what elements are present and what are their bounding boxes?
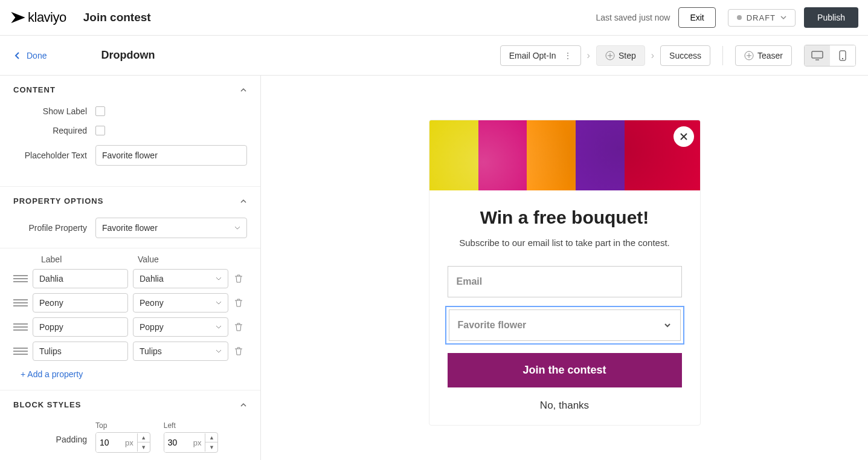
block-subtitle: Dropdown (101, 49, 155, 62)
divider (722, 46, 723, 65)
stepper-up-icon[interactable]: ▲ (205, 433, 217, 442)
exit-button[interactable]: Exit (678, 7, 715, 28)
add-property-link[interactable]: + Add a property (13, 366, 247, 379)
option-value-select[interactable]: Dahlia (133, 269, 228, 288)
option-label-input[interactable] (33, 317, 128, 337)
profile-property-select[interactable]: Favorite flower (95, 218, 247, 238)
trash-icon[interactable] (233, 273, 244, 284)
done-back-link[interactable]: Done (0, 51, 47, 60)
padding-top-stepper[interactable]: px ▲ ▼ (95, 432, 150, 453)
option-row: Dahlia (13, 269, 247, 288)
padding-top-input[interactable] (96, 433, 125, 452)
section-title: PROPERTY OPTIONS (13, 196, 103, 206)
trash-icon[interactable] (233, 346, 244, 357)
plus-circle-icon (744, 51, 754, 60)
popup-hero-image (429, 120, 700, 190)
step-label: Email Opt-In (509, 51, 556, 60)
select-value: Poppy (140, 322, 164, 332)
option-label-input[interactable] (33, 269, 128, 288)
popup-subtext: Subscribe to our email list to take part… (448, 236, 682, 250)
dropdown-placeholder: Favorite flower (458, 320, 527, 331)
chevron-right-icon: › (587, 50, 590, 61)
option-value-select[interactable]: Peony (133, 293, 228, 313)
stepper-down-icon[interactable]: ▼ (205, 442, 217, 452)
trash-icon[interactable] (233, 297, 244, 308)
draft-status-select[interactable]: DRAFT (728, 9, 796, 27)
popup-heading: Win a free bouquet! (448, 207, 682, 228)
section-property-body: Profile Property Favorite flower Label V… (0, 215, 260, 390)
add-teaser-button[interactable]: Teaser (735, 45, 792, 66)
close-icon (679, 132, 689, 141)
unit-label: px (193, 438, 205, 447)
popup-email-input[interactable] (448, 266, 682, 297)
drag-handle-icon[interactable] (13, 323, 28, 331)
step-success[interactable]: Success (660, 45, 710, 66)
option-label-input[interactable] (33, 342, 128, 361)
padding-left-input[interactable] (164, 433, 193, 452)
chevron-up-icon (240, 86, 247, 94)
section-title: CONTENT (13, 85, 56, 94)
stepper-up-icon[interactable]: ▲ (138, 433, 150, 442)
chevron-down-icon (216, 348, 222, 354)
kebab-icon[interactable]: ⋮ (560, 51, 572, 60)
option-value-select[interactable]: Tulips (133, 342, 228, 361)
section-block-styles-header[interactable]: BLOCK STYLES (0, 390, 260, 419)
chevron-up-icon (240, 401, 247, 409)
chevron-down-icon (216, 276, 222, 282)
chevron-right-icon: › (651, 50, 654, 61)
drag-handle-icon[interactable] (13, 299, 28, 306)
col-value: Value (138, 254, 159, 264)
option-row: Tulips (13, 342, 247, 361)
select-value: Favorite flower (102, 223, 158, 233)
section-block-styles-body: Padding Top px ▲ ▼ (0, 419, 260, 460)
svg-rect-3 (812, 51, 823, 58)
section-content-header[interactable]: CONTENT (0, 76, 260, 104)
preview-frame: Win a free bouquet! Subscribe to our ema… (275, 85, 854, 460)
popup-close-button[interactable] (674, 126, 694, 147)
placeholder-text-label: Placeholder Text (13, 151, 95, 160)
placeholder-text-input[interactable] (95, 145, 247, 166)
option-row: Peony (13, 293, 247, 313)
step-label: Success (669, 51, 701, 60)
popup-dropdown[interactable]: Favorite flower (449, 309, 681, 341)
padding-left-label: Left (164, 421, 219, 430)
select-value: Tulips (140, 346, 162, 356)
desktop-view-button[interactable] (805, 45, 830, 66)
plus-circle-icon (605, 51, 615, 60)
profile-property-label: Profile Property (13, 223, 95, 233)
trash-icon[interactable] (233, 322, 244, 332)
settings-sidebar: CONTENT Show Label Required Placeholder … (0, 76, 261, 460)
chevron-down-icon (234, 225, 240, 231)
device-toggle (804, 45, 856, 66)
step-email-opt-in[interactable]: Email Opt-In ⋮ (500, 45, 581, 66)
drag-handle-icon[interactable] (13, 348, 28, 355)
top-bar: klaviyo Join contest Last saved just now… (0, 0, 868, 36)
add-step-button[interactable]: Step (596, 45, 645, 66)
required-checkbox[interactable] (95, 126, 105, 135)
desktop-icon (811, 51, 823, 60)
drag-handle-icon[interactable] (13, 275, 28, 282)
show-label-checkbox[interactable] (95, 106, 105, 116)
select-value: Peony (140, 298, 164, 308)
option-row: Poppy (13, 317, 247, 337)
brand-name: klaviyo (28, 10, 66, 25)
publish-button[interactable]: Publish (804, 7, 858, 28)
status-dot-icon (737, 15, 742, 20)
section-property-header[interactable]: PROPERTY OPTIONS (0, 187, 260, 215)
option-value-select[interactable]: Poppy (133, 317, 228, 337)
status-text: DRAFT (747, 13, 776, 22)
option-label-input[interactable] (33, 293, 128, 313)
select-value: Dahlia (140, 274, 164, 283)
popup-decline-link[interactable]: No, thanks (448, 400, 682, 412)
show-label-label: Show Label (13, 106, 95, 116)
mobile-icon (839, 50, 846, 61)
signup-popup: Win a free bouquet! Subscribe to our ema… (429, 120, 701, 426)
popup-cta-button[interactable]: Join the contest (448, 353, 682, 387)
padding-left-stepper[interactable]: px ▲ ▼ (164, 432, 219, 453)
padding-top-label: Top (95, 421, 150, 430)
stepper-down-icon[interactable]: ▼ (138, 442, 150, 452)
klaviyo-logo-icon (10, 9, 27, 26)
col-label: Label (41, 254, 138, 264)
mobile-view-button[interactable] (830, 45, 855, 66)
step-label: Teaser (757, 51, 783, 60)
